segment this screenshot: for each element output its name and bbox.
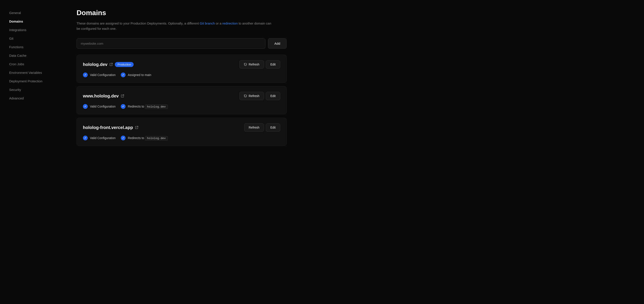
domain-actions: Refresh Edit (239, 60, 280, 69)
domain-name-row: hololog.dev Production (83, 62, 134, 67)
sidebar-item-data-cache[interactable]: Data Cache (6, 52, 59, 60)
sidebar-nav: General Domains Integrations Git Functio… (6, 9, 59, 102)
refresh-button-hololog-front[interactable]: Refresh (244, 123, 264, 132)
sidebar-item-functions[interactable]: Functions (6, 43, 59, 51)
sidebar-item-git[interactable]: Git (6, 34, 59, 43)
app-layout: General Domains Integrations Git Functio… (0, 0, 644, 304)
domain-status-row: Valid Configuration Redirects to hololog… (83, 135, 280, 140)
edit-button-www-hololog-dev[interactable]: Edit (266, 92, 280, 100)
sidebar-item-integrations[interactable]: Integrations (6, 26, 59, 34)
check-icon (121, 135, 126, 140)
refresh-button-hololog-dev[interactable]: Refresh (239, 60, 264, 69)
edit-label: Edit (270, 63, 276, 66)
domain-status-row: Valid Configuration Assigned to main (83, 73, 280, 77)
status-valid-config: Valid Configuration (83, 104, 116, 109)
redirects-label: Redirects to hololog.dev (128, 105, 168, 108)
refresh-button-www-hololog-dev[interactable]: Refresh (239, 92, 264, 100)
status-redirects: Redirects to hololog.dev (121, 104, 168, 109)
sidebar-item-advanced[interactable]: Advanced (6, 94, 59, 102)
domain-actions: Refresh Edit (239, 92, 280, 100)
production-badge: Production (115, 62, 134, 67)
domain-actions: Refresh Edit (244, 123, 280, 132)
redirect-target: hololog.dev (145, 104, 168, 109)
domain-name-row: hololog-front.vercel.app (83, 125, 138, 130)
status-assigned-main: Assigned to main (121, 73, 151, 77)
redirection-link[interactable]: redirection (222, 22, 238, 25)
edit-label: Edit (270, 126, 276, 129)
external-link-icon[interactable] (135, 126, 138, 129)
domain-name-row: www.hololog.dev (83, 93, 124, 99)
status-valid-config: Valid Configuration (83, 73, 116, 77)
description-text-2: or a (216, 22, 222, 25)
edit-label: Edit (270, 94, 276, 98)
page-description: These domains are assigned to your Produ… (76, 21, 274, 31)
sidebar-item-domains[interactable]: Domains (6, 17, 59, 25)
edit-button-hololog-front[interactable]: Edit (266, 123, 280, 132)
status-redirects: Redirects to hololog.dev (121, 135, 168, 140)
status-valid-config: Valid Configuration (83, 135, 116, 140)
refresh-label: Refresh (249, 94, 260, 98)
redirect-target: hololog.dev (145, 136, 168, 141)
domain-card-hololog-dev: hololog.dev Production (76, 55, 286, 83)
domain-status-row: Valid Configuration Redirects to hololog… (83, 104, 280, 109)
check-icon (121, 73, 126, 77)
refresh-label: Refresh (249, 126, 260, 129)
git-branch-link[interactable]: Git branch (200, 22, 215, 25)
check-icon (83, 73, 88, 77)
domain-card-www-hololog-dev: www.hololog.dev Refresh (76, 86, 286, 114)
domain-card-header: www.hololog.dev Refresh (83, 92, 280, 100)
external-link-icon[interactable] (121, 94, 124, 97)
sidebar: General Domains Integrations Git Functio… (0, 0, 66, 304)
domain-card-header: hololog-front.vercel.app Refresh Edit (83, 123, 280, 132)
status-label: Valid Configuration (90, 73, 116, 77)
domain-name: www.hololog.dev (83, 93, 119, 99)
sidebar-item-cron-jobs[interactable]: Cron Jobs (6, 60, 59, 68)
status-label: Valid Configuration (90, 105, 116, 108)
external-link-icon[interactable] (110, 63, 113, 66)
description-text-1: These domains are assigned to your Produ… (76, 22, 200, 25)
check-icon (121, 104, 126, 109)
add-button[interactable]: Add (268, 38, 286, 49)
domain-name: hololog-front.vercel.app (83, 125, 133, 130)
edit-button-hololog-dev[interactable]: Edit (266, 60, 280, 69)
sidebar-item-security[interactable]: Security (6, 86, 59, 94)
sidebar-item-deployment-protection[interactable]: Deployment Protection (6, 77, 59, 85)
sidebar-item-general[interactable]: General (6, 9, 59, 17)
refresh-icon (244, 94, 247, 97)
page-title: Domains (76, 9, 317, 17)
domain-card-header: hololog.dev Production (83, 60, 280, 69)
check-icon (83, 135, 88, 140)
refresh-label: Refresh (249, 63, 260, 66)
refresh-icon (244, 63, 247, 66)
check-icon (83, 104, 88, 109)
add-domain-row: Add (76, 38, 286, 49)
main-content: Domains These domains are assigned to yo… (66, 0, 328, 304)
redirects-label: Redirects to hololog.dev (128, 136, 168, 140)
domain-card-hololog-front: hololog-front.vercel.app Refresh Edit (76, 118, 286, 146)
status-label: Assigned to main (128, 73, 151, 77)
status-label: Valid Configuration (90, 136, 116, 140)
domain-name: hololog.dev (83, 62, 108, 67)
sidebar-item-env-vars[interactable]: Environment Variables (6, 69, 59, 77)
domain-input[interactable] (76, 38, 265, 49)
